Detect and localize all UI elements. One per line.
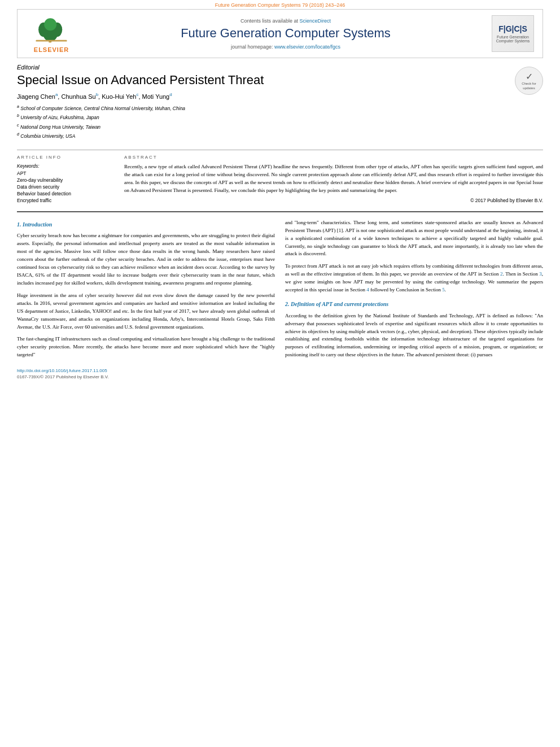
sciencedirect-line: Contents lists available at ScienceDirec… (80, 18, 492, 24)
author-sup-a: a (55, 92, 58, 97)
keyword-5: Encrypted traffic (17, 198, 116, 203)
section2-heading: 2. Definition of APT and current protect… (285, 300, 543, 309)
affil-b: b University of Aizu, Fukushima, Japan (17, 112, 515, 121)
keywords-list: APT Zero-day vulnerability Data driven s… (17, 171, 116, 203)
body-para-5: To protect from APT attack is not an eas… (285, 263, 543, 294)
elsevier-brand-text: ELSEVIER (34, 46, 69, 53)
journal-header-center: Contents lists available at ScienceDirec… (80, 18, 492, 50)
journal-title: Future Generation Computer Systems (80, 26, 492, 41)
paper-title: Special Issue on Advanced Persistent Thr… (17, 73, 515, 88)
keyword-2: Zero-day vulnerability (17, 177, 116, 183)
homepage-label: journal homepage: (231, 44, 273, 50)
author-kuo-hui: Kuo-Hui Yeh (102, 93, 136, 100)
article-info-label: ARTICLE INFO (17, 155, 116, 160)
svg-point-4 (44, 18, 56, 30)
keyword-1: APT (17, 171, 116, 176)
elsevier-tree-icon (32, 14, 71, 45)
author-moti: Moti Yung (142, 93, 170, 100)
section5-link[interactable]: 5 (442, 287, 445, 292)
affil-c: c National Dong Hua University, Taiwan (17, 122, 515, 131)
body-para-2: Huge investment in the area of cyber sec… (17, 292, 275, 331)
author-chunhua: Chunhua Su (61, 93, 95, 100)
homepage-url[interactable]: www.elsevier.com/locate/fgcs (274, 44, 340, 50)
svg-rect-5 (36, 40, 67, 42)
body-para-4: and "long-term" characteristics. These l… (285, 219, 543, 259)
footer: http://dx.doi.org/10.1016/j.future.2017.… (17, 368, 543, 379)
section1-heading: 1. Introduction (17, 220, 275, 229)
issn-text: 0167-739X/© 2017 Published by Elsevier B… (17, 374, 109, 379)
elsevier-logo-section: ELSEVIER (23, 14, 80, 53)
section2-link[interactable]: 2 (500, 271, 503, 277)
author-sup-c: c (136, 92, 138, 97)
author-sup-b: b (96, 92, 98, 97)
header-divider (17, 150, 543, 150)
fgcs-logo: F|G|C|S Future GenerationComputer System… (492, 15, 534, 52)
author-sup-d: d (169, 92, 172, 97)
sciencedirect-link[interactable]: ScienceDirect (300, 18, 331, 24)
content-area: Editorial Special Issue on Advanced Pers… (17, 58, 543, 364)
body-left-column: 1. Introduction Cyber security breach no… (17, 219, 275, 364)
body-right-column: and "long-term" characteristics. These l… (285, 219, 543, 364)
body-content: 1. Introduction Cyber security breach no… (17, 219, 543, 364)
fgcs-logo-text: F|G|C|S (498, 24, 527, 33)
keyword-3: Data driven security (17, 184, 116, 190)
journal-header: ELSEVIER Contents lists available at Sci… (17, 9, 543, 58)
contents-available-text: Contents lists available at (240, 18, 298, 24)
section4-link[interactable]: 4 (366, 287, 369, 292)
fgcs-logo-section: F|G|C|S Future GenerationComputer System… (492, 15, 537, 52)
editorial-label: Editorial (17, 64, 515, 71)
abstract-text: Recently, a new type of attack called Ad… (124, 163, 543, 195)
doi-link[interactable]: http://dx.doi.org/10.1016/j.future.2017.… (17, 368, 543, 373)
journal-reference-bar: Future Generation Computer Systems 79 (2… (0, 0, 560, 9)
keyword-4: Behavior based detection (17, 191, 116, 196)
affil-d: d Columbia University, USA (17, 131, 515, 140)
info-abstract-section: ARTICLE INFO Keywords: APT Zero-day vuln… (17, 155, 543, 204)
author-jiageng: Jiageng Chen (17, 93, 55, 100)
affil-a: a School of Computer Science, Central Ch… (17, 103, 515, 112)
abstract-column: ABSTRACT Recently, a new type of attack … (124, 155, 543, 204)
section3-link[interactable]: 3 (539, 271, 542, 277)
body-para-1: Cyber security breach now has become a n… (17, 232, 275, 287)
copyright-line: © 2017 Published by Elsevier B.V. (124, 198, 543, 203)
body-para-6: According to the definition given by the… (285, 312, 543, 360)
body-para-3: The fast-changing IT infrastructures suc… (17, 335, 275, 359)
elsevier-logo: ELSEVIER (23, 14, 80, 53)
check-for-updates-badge: ✓ Check forupdates (515, 67, 543, 95)
main-divider (17, 211, 543, 212)
affiliations: a School of Computer Science, Central Ch… (17, 103, 515, 141)
journal-homepage-line: journal homepage: www.elsevier.com/locat… (80, 44, 492, 50)
abstract-label: ABSTRACT (124, 155, 543, 160)
authors-line: Jiageng Chena, Chunhua Sub, Kuo-Hui Yehc… (17, 92, 515, 100)
keywords-label: Keywords: (17, 163, 116, 169)
article-info-column: ARTICLE INFO Keywords: APT Zero-day vuln… (17, 155, 116, 204)
then-in-section-text: Then in Section (505, 271, 538, 277)
journal-reference-text: Future Generation Computer Systems 79 (2… (215, 2, 345, 8)
